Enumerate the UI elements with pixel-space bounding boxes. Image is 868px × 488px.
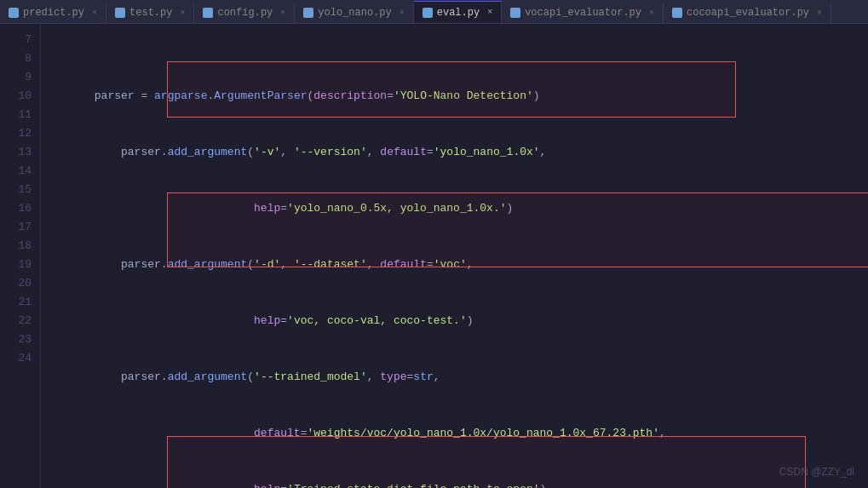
tab-label: config.py bbox=[217, 7, 273, 19]
line-number: 19 bbox=[0, 255, 40, 274]
tab-close-button[interactable]: × bbox=[180, 9, 185, 18]
file-icon bbox=[423, 8, 433, 18]
code-line-14: parser.add_argument('--trained_model', t… bbox=[55, 349, 868, 405]
line-number: 22 bbox=[0, 312, 40, 330]
tab-predict[interactable]: predict.py× bbox=[0, 3, 106, 23]
tab-close-button[interactable]: × bbox=[817, 9, 822, 18]
line-number: 18 bbox=[0, 237, 40, 255]
code-line-12: parser.add_argument('-d', '--dataset', d… bbox=[55, 237, 868, 293]
line-number: 10 bbox=[0, 87, 40, 106]
code-line-8 bbox=[55, 49, 868, 68]
tab-config[interactable]: config.py× bbox=[194, 3, 295, 23]
tab-close-button[interactable]: × bbox=[400, 9, 405, 18]
line-number: 20 bbox=[0, 274, 40, 293]
code-line-16: help='Trained state_dict file path to op… bbox=[55, 462, 868, 488]
file-icon bbox=[115, 8, 125, 18]
tab-yolo_nano[interactable]: yolo_nano.py× bbox=[295, 3, 413, 23]
tab-label: yolo_nano.py bbox=[318, 7, 391, 19]
tab-label: test.py bbox=[129, 7, 172, 19]
tab-cocoapi_evaluator[interactable]: cocoapi_evaluator.py× bbox=[664, 3, 831, 23]
tab-label: vocapi_evaluator.py bbox=[525, 7, 641, 19]
tab-label: cocoapi_evaluator.py bbox=[687, 7, 809, 19]
line-number: 16 bbox=[0, 199, 40, 218]
tab-close-button[interactable]: × bbox=[649, 9, 654, 18]
tab-label: predict.py bbox=[23, 7, 84, 19]
code-line-13: help='voc, coco-val, coco-test.') bbox=[55, 293, 868, 349]
code-line-10: parser.add_argument('-v', '--version', d… bbox=[55, 124, 868, 181]
line-number: 17 bbox=[0, 218, 40, 237]
line-number: 23 bbox=[0, 330, 40, 349]
file-icon bbox=[203, 8, 213, 18]
file-icon bbox=[510, 8, 520, 18]
code-content: parser = argparse.ArgumentParser(descrip… bbox=[41, 24, 868, 488]
tab-bar: predict.py×test.py×config.py×yolo_nano.p… bbox=[0, 0, 868, 24]
line-number: 12 bbox=[0, 124, 40, 143]
line-number: 9 bbox=[0, 68, 40, 87]
code-line-9: parser = argparse.ArgumentParser(descrip… bbox=[55, 68, 868, 124]
code-line-11: help='yolo_nano_0.5x, yolo_nano_1.0x.') bbox=[55, 181, 868, 237]
file-icon bbox=[9, 8, 19, 18]
line-number: 11 bbox=[0, 106, 40, 124]
tab-test[interactable]: test.py× bbox=[106, 3, 194, 23]
code-line-15: default='weights/voc/yolo_nano_1.0x/yolo… bbox=[55, 405, 868, 462]
file-icon bbox=[672, 8, 682, 18]
code-line-7 bbox=[55, 31, 868, 49]
line-number: 15 bbox=[0, 181, 40, 199]
line-number: 24 bbox=[0, 349, 40, 368]
tab-close-button[interactable]: × bbox=[280, 9, 285, 18]
line-number: 13 bbox=[0, 143, 40, 162]
tab-close-button[interactable]: × bbox=[487, 8, 492, 17]
tab-vocapi_evaluator[interactable]: vocapi_evaluator.py× bbox=[502, 3, 664, 23]
line-number: 14 bbox=[0, 162, 40, 181]
tab-close-button[interactable]: × bbox=[92, 9, 97, 18]
watermark: CSDN @ZZY_dl bbox=[779, 466, 854, 478]
line-number: 21 bbox=[0, 293, 40, 312]
line-number: 7 bbox=[0, 31, 40, 49]
line-numbers: 789101112131415161718192021222324 bbox=[0, 24, 41, 488]
line-number: 8 bbox=[0, 49, 40, 68]
code-area: 789101112131415161718192021222324 parser… bbox=[0, 24, 868, 488]
tab-label: eval.py bbox=[437, 7, 480, 19]
file-icon bbox=[303, 8, 313, 18]
tab-eval[interactable]: eval.py× bbox=[414, 1, 502, 23]
